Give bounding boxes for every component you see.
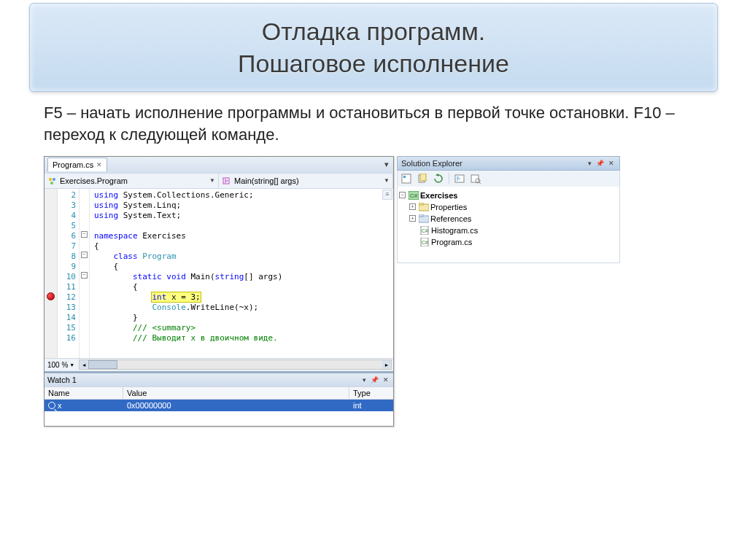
watch-row[interactable]: x 0x00000000 int [44,400,393,411]
svg-text:C#: C# [410,192,418,199]
tab-label: Program.cs [53,160,93,169]
horizontal-scrollbar[interactable]: ◄ ► [79,359,392,370]
svg-rect-16 [419,214,423,217]
slide-description: F5 – начать исполнение программы и остан… [44,102,703,145]
editor-footer: 100 %▼ ◄ ► [44,358,393,371]
tree-project[interactable]: − C# Exercises [399,190,618,201]
slide-title: Отладка программ. Пошаговое исполнение [44,15,703,79]
scroll-thumb[interactable] [88,360,117,369]
csharp-file-icon: C# [419,226,430,235]
col-name[interactable]: Name [44,387,123,399]
ide-screenshot: Program.cs ✕ ▾ Exercises.Program ▼ Main(… [44,156,620,427]
watch-titlebar[interactable]: Watch 1 ▾ 📌 ✕ [44,373,393,386]
close-icon[interactable]: ✕ [96,161,102,168]
svg-point-1 [53,178,55,181]
solution-tree[interactable]: − C# Exercises + Properties + References… [397,187,620,263]
collapse-icon[interactable]: − [399,192,406,198]
panel-title: Solution Explorer [401,159,462,168]
member-dropdown[interactable]: Main(string[] args) ▼ [219,174,393,188]
pin-icon[interactable]: 📌 [369,376,380,384]
chevron-down-icon: ▼ [384,177,390,184]
scroll-left-arrow[interactable]: ◄ [80,360,88,369]
pin-icon[interactable]: 📌 [595,160,605,167]
window-position-icon[interactable]: ▾ [361,376,368,384]
tree-file-histogram[interactable]: C# Histogram.cs [399,225,618,236]
svg-rect-4 [402,174,411,183]
view-code-icon[interactable] [454,173,465,184]
scope-dropdown[interactable]: Exercises.Program ▼ [44,174,219,188]
fold-toggle[interactable]: − [81,252,88,258]
breakpoint-margin[interactable] [44,189,58,358]
expand-icon[interactable]: + [409,203,416,210]
navigation-bar: Exercises.Program ▼ Main(string[] args) … [44,173,393,189]
method-icon [222,176,232,186]
line-number-gutter: 2345678910111213141516 [58,189,80,358]
svg-text:C#: C# [422,228,428,233]
watch-panel: Watch 1 ▾ 📌 ✕ Name Value Type x 0x000000… [44,371,393,426]
window-position-icon[interactable]: ▾ [587,160,593,167]
view-designer-icon[interactable] [470,173,481,184]
magnify-icon [48,402,55,409]
class-icon [47,176,58,186]
svg-rect-14 [419,203,423,205]
split-handle[interactable]: ≡ [382,190,392,200]
col-value[interactable]: Value [123,387,349,399]
slide-title-box: Отладка программ. Пошаговое исполнение [29,3,718,92]
tree-references[interactable]: + References [399,213,618,225]
watch-title-text: Watch 1 [47,376,77,384]
fold-toggle[interactable]: − [81,272,88,279]
svg-rect-5 [403,176,406,178]
solution-toolbar [397,171,620,187]
svg-point-2 [50,182,53,184]
watch-empty-row[interactable] [44,411,393,426]
chevron-down-icon: ▼ [209,177,215,184]
fold-toggle[interactable]: − [81,231,88,238]
outlining-margin[interactable]: − − − [80,189,90,358]
refresh-icon[interactable] [433,173,444,184]
show-all-files-icon[interactable] [417,173,428,184]
zoom-dropdown[interactable]: 100 %▼ [44,361,77,369]
references-icon [419,214,429,223]
watch-value-cell[interactable]: 0x00000000 [123,400,349,411]
tree-properties[interactable]: + Properties [399,201,618,213]
document-tab-strip: Program.cs ✕ ▾ [44,157,393,173]
expand-icon[interactable]: + [409,215,416,222]
folder-icon [419,203,429,211]
svg-text:C#: C# [422,240,428,245]
document-tab[interactable]: Program.cs ✕ [47,158,107,171]
watch-header-row: Name Value Type [44,386,393,400]
solution-explorer-titlebar[interactable]: Solution Explorer ▾ 📌 ✕ [397,156,620,171]
editor-column: Program.cs ✕ ▾ Exercises.Program ▼ Main(… [44,156,394,427]
solution-explorer: Solution Explorer ▾ 📌 ✕ − C# Exercises + [397,156,620,427]
tree-file-program[interactable]: C# Program.cs [399,236,618,248]
csharp-project-icon: C# [409,191,419,200]
col-type[interactable]: Type [349,387,393,399]
svg-point-0 [49,178,52,181]
close-icon[interactable]: ✕ [607,160,616,167]
scroll-right-arrow[interactable]: ► [382,360,391,369]
svg-rect-7 [420,174,426,181]
breakpoint-icon[interactable] [47,292,55,300]
watch-name-cell[interactable]: x [44,400,123,411]
tab-overflow-dropdown[interactable]: ▾ [380,160,393,169]
properties-icon[interactable] [400,173,412,184]
csharp-file-icon: C# [419,238,430,246]
code-editor[interactable]: 2345678910111213141516 − − − using Syste… [44,189,393,358]
watch-type-cell: int [349,400,393,411]
close-icon[interactable]: ✕ [382,376,390,384]
code-text[interactable]: using System.Collections.Generic;using S… [90,189,393,358]
